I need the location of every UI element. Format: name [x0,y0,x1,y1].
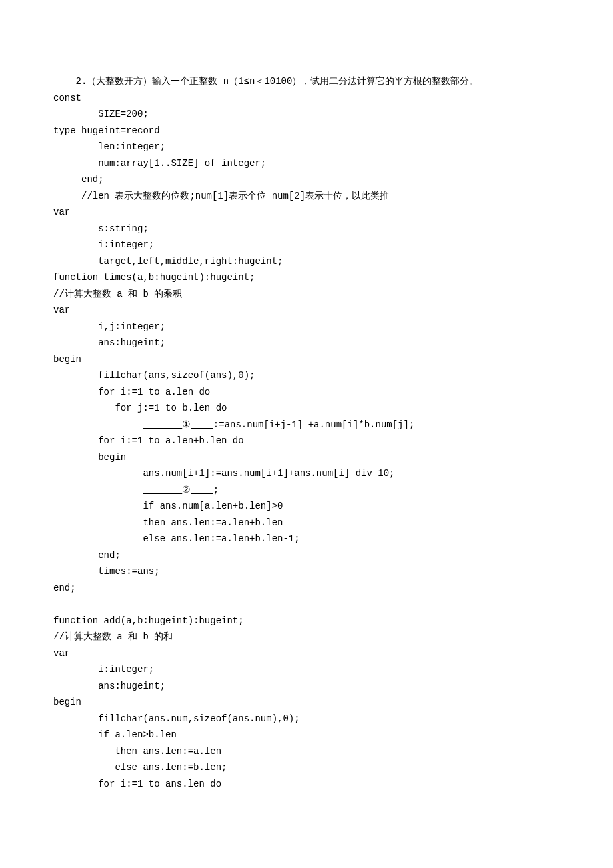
code-line: begin [53,449,560,466]
code-line: function times(a,b:hugeint):hugeint; [53,269,560,286]
code-line: end; [53,171,560,188]
code-line: SIZE=200; [53,106,560,123]
fill-blank-after [191,419,213,430]
code-line: //计算大整数 a 和 b 的乘积 [53,286,560,303]
fill-blank-before [143,419,182,430]
document-page: 2.（大整数开方）输入一个正整数 n（1≤n＜10100），试用二分法计算它的平… [0,0,613,868]
code-line: times:=ans; [53,563,560,580]
code-line: //计算大整数 a 和 b 的和 [53,629,560,645]
code-line: then ans.len:=a.len+b.len [53,515,560,531]
code-line: end; [53,547,560,564]
code-line: ans:hugeint; [53,678,560,695]
fill-blank-after [191,485,213,495]
blank-marker: ② [182,485,191,495]
code-line: const [53,90,560,107]
blank-marker: ① [182,419,191,430]
code-line: var [53,645,560,662]
code-line: var [53,302,560,319]
code-line: type hugeint=record [53,123,560,139]
code-line: 2.（大整数开方）输入一个正整数 n（1≤n＜10100），试用二分法计算它的平… [53,73,560,90]
code-line: for j:=1 to b.len do [53,400,560,417]
code-line: ans:hugeint; [53,335,560,351]
code-line: len:integer; [53,139,560,155]
code-line: var [53,204,560,221]
code-line: ① :=ans.num[i+j-1] +a.num[i]*b.num[j]; [53,417,560,433]
code-line: fillchar(ans.num,sizeof(ans.num),0); [53,711,560,727]
code-line: if ans.num[a.len+b.len]>0 [53,498,560,515]
code-line: //len 表示大整数的位数;num[1]表示个位 num[2]表示十位，以此类… [53,188,560,205]
code-line: ② ; [53,482,560,499]
code-line: fillchar(ans,sizeof(ans),0); [53,367,560,384]
code-line: for i:=1 to a.len do [53,384,560,401]
code-line: function add(a,b:hugeint):hugeint; [53,613,560,629]
code-line: i:integer; [53,237,560,253]
code-line: end; [53,580,560,597]
code-line: s:string; [53,221,560,237]
code-line: for i:=1 to a.len+b.len do [53,433,560,449]
code-line: else ans.len:=b.len; [53,759,560,776]
code-line: begin [53,694,560,711]
code-line: for i:=1 to ans.len do [53,776,560,793]
code-line: num:array[1..SIZE] of integer; [53,155,560,172]
code-line: i,j:integer; [53,319,560,335]
code-line: else ans.len:=a.len+b.len-1; [53,531,560,547]
code-line: ans.num[i+1]:=ans.num[i+1]+ans.num[i] di… [53,465,560,482]
code-line: if a.len>b.len [53,727,560,743]
code-line [53,596,560,613]
fill-blank-before [143,485,182,495]
code-line: i:integer; [53,661,560,678]
code-line: target,left,middle,right:hugeint; [53,253,560,270]
code-line: begin [53,351,560,368]
code-line: then ans.len:=a.len [53,743,560,760]
